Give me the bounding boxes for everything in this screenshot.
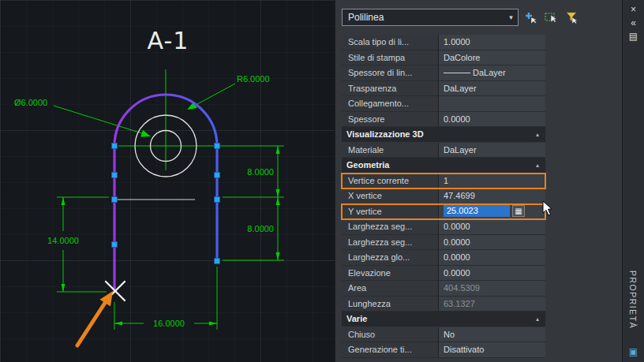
annotation-arrow — [77, 291, 113, 345]
calculator-button[interactable]: ▦ — [512, 205, 525, 217]
property-label: Y vertice — [342, 204, 438, 220]
chevron-up-icon[interactable]: ▴ — [536, 162, 539, 169]
property-value-text: 0.0000 — [444, 252, 470, 262]
property-value-text: 63.1327 — [444, 299, 475, 308]
property-label: Elevazione — [342, 266, 438, 282]
property-value[interactable]: 63.1327 — [438, 297, 545, 312]
property-row[interactable]: Area404.5309 — [342, 281, 545, 297]
close-icon[interactable]: × — [623, 3, 644, 17]
property-label: Collegamento... — [342, 96, 438, 112]
property-value[interactable]: No — [438, 327, 545, 343]
property-row[interactable]: Vertice corrente1 — [342, 174, 545, 189]
property-value[interactable]: DaColore — [438, 50, 545, 66]
property-row[interactable]: Spessore0.0000 — [342, 112, 545, 128]
chevron-up-icon[interactable]: ▴ — [536, 131, 539, 138]
property-label: Larghezza seg... — [342, 219, 438, 235]
property-value-text: 0.0000 — [444, 222, 470, 231]
quick-select-icon — [564, 10, 578, 24]
property-label: Vertice corrente — [342, 174, 438, 189]
property-label: Area — [342, 281, 438, 297]
property-value[interactable]: 1.0000 — [438, 35, 545, 50]
toggle-pickadd-button[interactable] — [522, 9, 539, 26]
property-value-text: 47.4699 — [444, 191, 475, 200]
property-label: Trasparenza — [342, 81, 438, 97]
property-value[interactable]: 0.0000 — [438, 266, 545, 282]
property-label: Scala tipo di li... — [342, 35, 438, 50]
property-label: X vertice — [342, 188, 438, 204]
property-value-text: No — [444, 330, 455, 339]
property-row[interactable]: Generazione ti...Disattivato — [342, 342, 545, 358]
property-value-text: 0.0000 — [444, 268, 470, 278]
property-label: Materiale — [342, 143, 438, 159]
property-grid: Scala tipo di li...1.0000Stile di stampa… — [342, 35, 545, 358]
property-row[interactable]: Collegamento... — [342, 96, 545, 112]
dimension-left-label: 14.0000 — [47, 236, 79, 245]
property-value[interactable]: 0.0000 — [438, 112, 545, 128]
property-value-text: 0.0000 — [444, 237, 470, 247]
property-row[interactable]: Y vertice25.0023▦ — [342, 204, 545, 220]
property-value[interactable]: 1 — [438, 174, 545, 189]
property-value-text: 1.0000 — [444, 37, 470, 47]
property-value-text: DaLayer — [444, 145, 477, 155]
property-row[interactable]: Scala tipo di li...1.0000 — [342, 35, 545, 50]
property-row[interactable]: TrasparenzaDaLayer — [342, 81, 545, 97]
dimension-bottom-label: 16.0000 — [153, 319, 185, 328]
select-objects-icon — [544, 10, 558, 24]
quick-select-button[interactable] — [563, 9, 580, 26]
property-label: Spessore di lin... — [342, 65, 438, 81]
property-value[interactable]: 404.5309 — [438, 281, 545, 297]
property-value-text: 1 — [444, 176, 448, 185]
palette-menu-icon[interactable]: ▤ — [623, 30, 644, 43]
palette-titlebar: × « ▤ PROPRIETÀ ▣ — [622, 0, 644, 362]
property-value[interactable]: DaLayer — [438, 65, 545, 81]
value-input-selected[interactable]: 25.0023 — [444, 205, 510, 217]
property-value[interactable]: DaLayer — [438, 143, 545, 159]
property-value-text: Disattivato — [444, 345, 484, 354]
section-title: Visualizzazione 3D — [346, 129, 424, 139]
property-value[interactable]: Disattivato — [438, 342, 545, 358]
property-row[interactable]: Larghezza seg...0.0000 — [342, 219, 545, 235]
property-value[interactable]: 0.0000 — [438, 235, 545, 251]
property-value-text: 404.5309 — [444, 283, 480, 293]
property-label: Spessore — [342, 112, 438, 128]
properties-palette: Polilinea ▾ S — [335, 0, 622, 362]
dimension-right-bottom-label: 8.0000 — [247, 224, 274, 233]
dimension-radius-label: R6.0000 — [237, 74, 270, 84]
mouse-cursor-icon — [542, 200, 555, 218]
property-value[interactable]: 0.0000 — [438, 250, 545, 266]
property-label: Generazione ti... — [342, 342, 438, 358]
section-title: Geometria — [346, 160, 389, 170]
autohide-icon[interactable]: « — [623, 17, 644, 30]
property-row[interactable]: Spessore di lin...DaLayer — [342, 65, 545, 81]
dimension-right-top-label: 8.0000 — [247, 167, 274, 177]
property-row[interactable]: Lunghezza63.1327 — [342, 297, 545, 312]
property-value-text: DaLayer — [444, 84, 477, 93]
property-value[interactable]: DaLayer — [438, 81, 545, 97]
property-row[interactable]: ChiusoNo — [342, 327, 545, 343]
palette-title: PROPRIETÀ — [628, 271, 638, 329]
section-header[interactable]: Visualizzazione 3D▴ — [342, 127, 545, 143]
section-header[interactable]: Geometria▴ — [342, 158, 545, 174]
property-value[interactable]: 47.4699 — [438, 188, 545, 204]
chevron-down-icon[interactable]: ▾ — [504, 13, 518, 21]
property-row[interactable]: Larghezza seg...0.0000 — [342, 235, 545, 251]
property-value[interactable] — [438, 96, 545, 112]
object-type-value: Polilinea — [343, 12, 504, 23]
select-objects-button[interactable] — [542, 9, 560, 26]
chevron-up-icon[interactable]: ▴ — [536, 315, 539, 323]
section-header[interactable]: Varie▴ — [342, 312, 545, 327]
property-row[interactable]: Stile di stampaDaColore — [342, 50, 545, 66]
property-value-text: DaColore — [444, 53, 480, 62]
property-label: Stile di stampa — [342, 50, 438, 66]
pickadd-icon — [523, 10, 537, 24]
property-value[interactable]: 25.0023▦ — [438, 204, 545, 220]
property-row[interactable]: X vertice47.4699 — [342, 188, 545, 204]
palette-anchor-icon[interactable]: ▣ — [623, 346, 644, 357]
property-row[interactable]: Elevazione0.0000 — [342, 266, 545, 282]
drawing-title: A-1 — [148, 27, 189, 54]
property-row[interactable]: MaterialeDaLayer — [342, 143, 545, 159]
object-type-dropdown[interactable]: Polilinea ▾ — [342, 9, 519, 26]
property-value-text: DaLayer — [473, 68, 506, 77]
property-value[interactable]: 0.0000 — [438, 219, 545, 235]
property-row[interactable]: Larghezza glo...0.0000 — [342, 250, 545, 266]
